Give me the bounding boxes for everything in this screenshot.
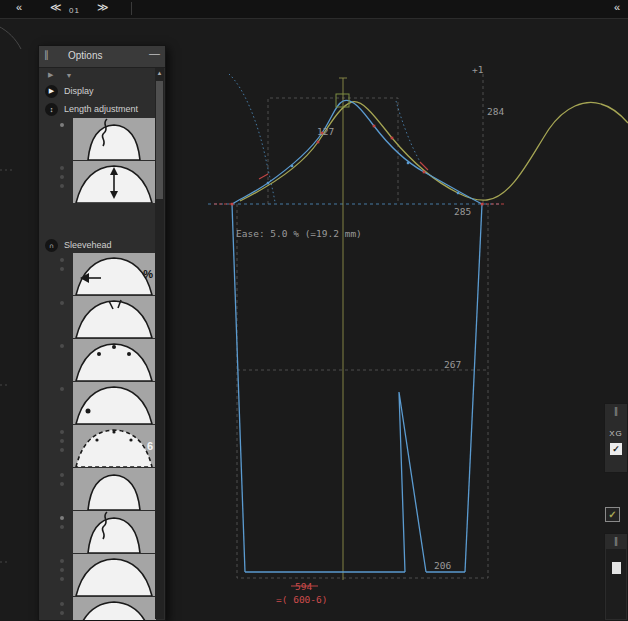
layer-checkbox[interactable]: ✓ xyxy=(605,507,620,522)
rewind-icon[interactable]: ≪ xyxy=(50,1,62,14)
label-127: 127 xyxy=(317,126,334,137)
collapse-left-icon[interactable]: « xyxy=(16,1,22,13)
option-state-dots xyxy=(60,516,64,529)
xg-checkbox[interactable]: ✓ xyxy=(610,443,622,455)
label-plus1: +1 xyxy=(472,64,484,75)
cap-points-icon xyxy=(73,339,156,381)
document-icon[interactable] xyxy=(612,562,621,574)
options-mini-toolbar: ▶ ▼ xyxy=(39,68,165,82)
label-206: 206 xyxy=(434,560,451,571)
option-state-dots xyxy=(60,430,64,452)
cap-notch-icon xyxy=(73,296,156,338)
expand-all-icon[interactable]: ▶ xyxy=(48,71,53,79)
construction-lines xyxy=(208,74,506,580)
options-panel-title: Options xyxy=(68,50,102,61)
section-length-adjustment[interactable]: ↕ Length adjustment xyxy=(39,100,165,118)
page-number-label: 01 xyxy=(69,6,80,15)
option-state-dots xyxy=(60,258,64,271)
sleeve-option-thumbnail[interactable] xyxy=(73,118,156,160)
option-state-dots xyxy=(60,387,64,391)
display-section-icon: ▶ xyxy=(45,85,58,98)
cap-segments-icon xyxy=(73,425,156,467)
display-section-label: Display xyxy=(64,86,94,96)
option-state-dots xyxy=(60,559,64,581)
option-state-dots xyxy=(60,344,64,348)
sleeve-option-thumbnail[interactable] xyxy=(73,382,156,424)
panel-drag-handle-icon[interactable]: ∥ xyxy=(44,49,49,60)
sleeve-option-row[interactable]: 6 xyxy=(39,425,165,467)
toolbar-divider xyxy=(131,2,132,15)
sleeve-option-thumbnail[interactable] xyxy=(73,511,156,553)
sleeve-option-thumbnail[interactable]: % xyxy=(73,253,156,295)
scroll-up-icon[interactable]: ▲ xyxy=(155,68,164,78)
right-panel-xg: ∥ XG ✓ xyxy=(604,403,628,473)
sleeve-option-row[interactable] xyxy=(39,468,165,510)
top-toolbar: « ≪ 01 ≫ « xyxy=(0,0,628,19)
length-adjustment-icon: ↕ xyxy=(45,103,58,116)
sleeve-plain-icon xyxy=(73,468,156,510)
xg-label: XG xyxy=(605,429,627,438)
background-fragments xyxy=(0,26,21,562)
collapse-all-icon[interactable]: ▼ xyxy=(65,72,72,79)
sleeve-hook-icon xyxy=(73,511,156,553)
option-state-dots xyxy=(60,473,64,486)
sleeve-option-thumbnail[interactable] xyxy=(73,296,156,338)
sleeve-option-thumbnail[interactable] xyxy=(73,339,156,381)
option-state-dots xyxy=(60,123,64,127)
section-sleevehead[interactable]: ∩ Sleevehead xyxy=(39,237,165,253)
sleeve-option-thumbnail[interactable] xyxy=(73,161,156,203)
options-panel-titlebar[interactable]: ∥ Options — xyxy=(39,46,165,68)
cap-height-arrow-icon xyxy=(73,161,156,203)
sleeve-option-row[interactable]: % xyxy=(39,253,165,295)
sleeve-option-row[interactable] xyxy=(39,511,165,553)
label-formula: =( 600-6) xyxy=(276,594,327,605)
section-display[interactable]: ▶ Display xyxy=(39,82,165,100)
collapse-right-icon[interactable]: « xyxy=(614,1,620,13)
six-badge: 6 xyxy=(147,440,153,452)
cap-plain-icon xyxy=(73,597,156,621)
right-panel-lower: ∥ xyxy=(604,533,628,621)
cap-smooth-icon xyxy=(73,382,156,424)
sleeve-option-row[interactable] xyxy=(39,382,165,424)
cap-plain-icon xyxy=(73,554,156,596)
panel-drag-handle-icon[interactable]: ∥ xyxy=(605,406,627,416)
sleeve-outline xyxy=(232,100,482,572)
forward-icon[interactable]: ≫ xyxy=(97,1,109,14)
sleevehead-section-icon: ∩ xyxy=(45,239,58,252)
label-267: 267 xyxy=(444,359,461,370)
lower-panel-body xyxy=(606,549,626,619)
panel-drag-handle-icon[interactable]: ∥ xyxy=(605,536,627,546)
percent-badge: % xyxy=(143,268,153,280)
sleeve-option-row[interactable] xyxy=(39,339,165,381)
sleeve-option-thumbnail[interactable]: 6 xyxy=(73,425,156,467)
sleeve-option-row[interactable] xyxy=(39,296,165,338)
measurement-labels: +1 284 127 285 Ease: 5.0 % (=19.2 mm) 26… xyxy=(236,64,504,605)
sleevehead-section-label: Sleevehead xyxy=(64,240,112,250)
length-adjustment-label: Length adjustment xyxy=(64,104,138,114)
sleeve-option-thumbnail[interactable] xyxy=(73,468,156,510)
ease-label: Ease: 5.0 % (=19.2 mm) xyxy=(236,228,362,239)
sleeve-option-row[interactable] xyxy=(39,118,165,160)
options-scrollbar[interactable]: ▲ xyxy=(155,68,164,619)
option-state-dots xyxy=(60,301,64,305)
minimize-icon[interactable]: — xyxy=(149,47,160,59)
label-284: 284 xyxy=(487,106,504,117)
curve-point-markers xyxy=(231,125,484,206)
sleeve-option-thumbnail[interactable] xyxy=(73,597,156,621)
sleeve-option-row[interactable] xyxy=(39,161,165,203)
sleeve-option-thumbnail[interactable] xyxy=(73,554,156,596)
option-state-dots xyxy=(60,602,64,615)
label-285: 285 xyxy=(454,206,471,217)
option-state-dots xyxy=(60,166,64,188)
sleeve-option-row[interactable] xyxy=(39,597,165,621)
options-panel: ∥ Options — ▶ ▼ ▶ Display ↕ Length adjus… xyxy=(38,45,166,621)
sleeve-option-row[interactable] xyxy=(39,554,165,596)
sleeve-hook-icon xyxy=(73,118,156,160)
scrollbar-thumb[interactable] xyxy=(156,81,163,199)
alternate-cap-curve xyxy=(240,102,628,201)
